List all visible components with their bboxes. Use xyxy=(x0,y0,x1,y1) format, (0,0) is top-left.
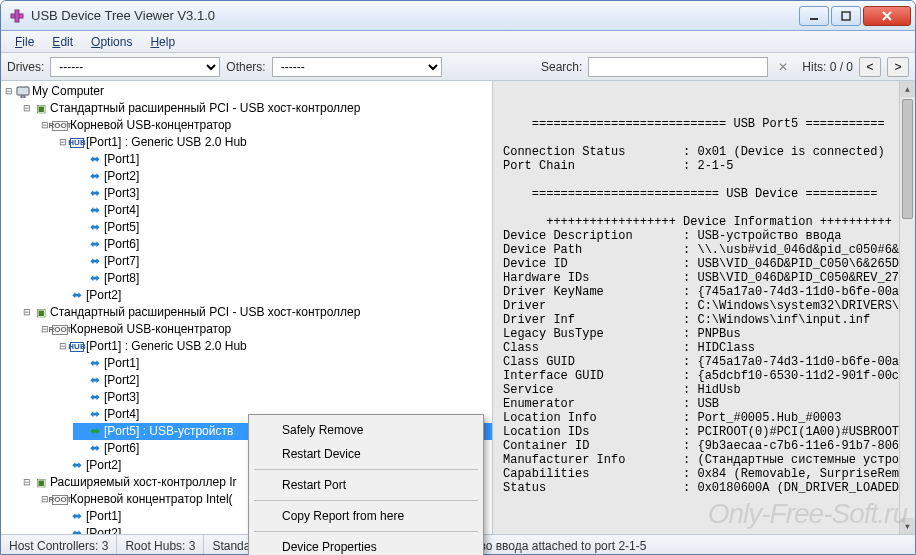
tree-label: [Port3] xyxy=(104,185,139,202)
svg-rect-4 xyxy=(17,87,29,95)
tree-node-port[interactable]: ⬌[Port2] xyxy=(55,287,492,304)
tree-label: Стандартный расширенный PCI - USB хост-к… xyxy=(50,100,360,117)
menubar: File Edit Options Help xyxy=(1,31,915,53)
tree-label: [Port1] xyxy=(104,151,139,168)
tree-node-port[interactable]: ⬌[Port5] xyxy=(73,219,492,236)
tree-node-hub[interactable]: ⊟ HUB [Port1] : Generic USB 2.0 Hub xyxy=(55,134,492,151)
ctx-copy-report[interactable]: Copy Report from here xyxy=(252,504,480,528)
tree-node-port[interactable]: ⬌[Port6] xyxy=(73,236,492,253)
window-title: USB Device Tree Viewer V3.1.0 xyxy=(31,8,799,23)
tree-node-port[interactable]: ⬌[Port7] xyxy=(73,253,492,270)
collapse-icon[interactable]: ⊟ xyxy=(21,307,32,318)
collapse-icon[interactable]: ⊟ xyxy=(21,477,32,488)
root-hub-icon: ROOT xyxy=(52,495,68,505)
tree-label: [Port2] xyxy=(104,168,139,185)
tree-label: Расширяемый хост-контроллер Ir xyxy=(50,474,237,491)
usb-port-icon: ⬌ xyxy=(88,187,102,201)
usb-port-icon: ⬌ xyxy=(88,391,102,405)
tree-label: [Port5] : USB-устройств xyxy=(104,423,233,440)
detail-text: =========================== USB Port5 ==… xyxy=(503,117,905,495)
tree-label: Стандартный расширенный PCI - USB хост-к… xyxy=(50,304,360,321)
tree-node-port[interactable]: ⬌[Port8] xyxy=(73,270,492,287)
hub-icon: HUB xyxy=(70,138,84,148)
hits-label: Hits: 0 / 0 xyxy=(802,60,853,74)
tree-label: My Computer xyxy=(32,83,104,100)
tree-label: [Port4] xyxy=(104,406,139,423)
usb-port-icon: ⬌ xyxy=(88,442,102,456)
clear-search-icon[interactable]: ✕ xyxy=(774,57,792,77)
ctx-device-properties[interactable]: Device Properties xyxy=(252,535,480,555)
usb-port-icon: ⬌ xyxy=(88,255,102,269)
tree-label: [Port7] xyxy=(104,253,139,270)
tree-node-port[interactable]: ⬌[Port3] xyxy=(73,185,492,202)
root-hub-icon: ROOT xyxy=(52,121,68,131)
scrollbar-thumb[interactable] xyxy=(902,99,913,219)
usb-port-icon: ⬌ xyxy=(88,170,102,184)
drives-label: Drives: xyxy=(7,60,44,74)
tree-node-root-hub[interactable]: ⊟ ROOT Корневой USB-концентратор xyxy=(37,321,492,338)
tree-label: [Port8] xyxy=(104,270,139,287)
context-menu: Safely Remove Restart Device Restart Por… xyxy=(248,414,484,555)
next-hit-button[interactable]: > xyxy=(887,57,909,77)
maximize-button[interactable] xyxy=(831,6,861,26)
tree-label: Корневой USB-концентратор xyxy=(70,321,231,338)
tree-node-computer[interactable]: ⊟ My Computer xyxy=(1,83,492,100)
others-select[interactable]: ------ xyxy=(272,57,442,77)
usb-port-icon: ⬌ xyxy=(88,374,102,388)
tree-node-port[interactable]: ⬌[Port4] xyxy=(73,202,492,219)
usb-port-icon: ⬌ xyxy=(88,221,102,235)
collapse-icon[interactable]: ⊟ xyxy=(57,341,68,352)
detail-pane[interactable]: =========================== USB Port5 ==… xyxy=(493,81,915,534)
tree-label: [Port1] xyxy=(86,508,121,525)
usb-port-icon: ⬌ xyxy=(70,289,84,303)
tree-node-root-hub[interactable]: ⊟ ROOT Корневой USB-концентратор xyxy=(37,117,492,134)
menu-edit[interactable]: Edit xyxy=(44,33,81,51)
tree-node-port[interactable]: ⬌[Port1] xyxy=(73,151,492,168)
tree-label: [Port1] : Generic USB 2.0 Hub xyxy=(86,134,247,151)
collapse-icon[interactable]: ⊟ xyxy=(3,86,14,97)
separator xyxy=(254,531,478,532)
tree-label: [Port2] xyxy=(86,287,121,304)
ctx-safely-remove[interactable]: Safely Remove xyxy=(252,418,480,442)
tree-node-port[interactable]: ⬌[Port3] xyxy=(73,389,492,406)
collapse-icon[interactable]: ⊟ xyxy=(21,103,32,114)
tree-label: [Port2] xyxy=(104,372,139,389)
usb-port-icon: ⬌ xyxy=(70,527,84,535)
scroll-down-icon[interactable]: ▼ xyxy=(900,518,915,534)
minimize-button[interactable] xyxy=(799,6,829,26)
tree-node-port[interactable]: ⬌[Port1] xyxy=(73,355,492,372)
tree-node-controller[interactable]: ⊟ ▣ Стандартный расширенный PCI - USB хо… xyxy=(19,304,492,321)
tree-label: [Port5] xyxy=(104,219,139,236)
usb-port-icon: ⬌ xyxy=(88,204,102,218)
menu-file[interactable]: File xyxy=(7,33,42,51)
close-button[interactable] xyxy=(863,6,911,26)
menu-options[interactable]: Options xyxy=(83,33,140,51)
drives-select[interactable]: ------ xyxy=(50,57,220,77)
search-label: Search: xyxy=(541,60,582,74)
tree-node-hub[interactable]: ⊟ HUB [Port1] : Generic USB 2.0 Hub xyxy=(55,338,492,355)
search-input[interactable] xyxy=(588,57,768,77)
usb-port-icon: ⬌ xyxy=(70,459,84,473)
tree-label: Корневой концентратор Intel( xyxy=(70,491,233,508)
tree-label: Корневой USB-концентратор xyxy=(70,117,231,134)
watermark: Only-Free-Soft.ru xyxy=(708,498,907,530)
ctx-restart-port[interactable]: Restart Port xyxy=(252,473,480,497)
hub-icon: HUB xyxy=(70,342,84,352)
scroll-up-icon[interactable]: ▲ xyxy=(900,81,915,97)
prev-hit-button[interactable]: < xyxy=(859,57,881,77)
separator xyxy=(254,469,478,470)
vertical-scrollbar[interactable]: ▲ ▼ xyxy=(899,81,915,534)
svg-rect-1 xyxy=(15,10,19,22)
tree-label: [Port4] xyxy=(104,202,139,219)
menu-help[interactable]: Help xyxy=(142,33,183,51)
ctx-restart-device[interactable]: Restart Device xyxy=(252,442,480,466)
tree-node-port[interactable]: ⬌[Port2] xyxy=(73,168,492,185)
collapse-icon[interactable]: ⊟ xyxy=(57,137,68,148)
titlebar: USB Device Tree Viewer V3.1.0 xyxy=(1,1,915,31)
usb-port-icon: ⬌ xyxy=(70,510,84,524)
tree-node-port[interactable]: ⬌[Port2] xyxy=(73,372,492,389)
usb-port-icon: ⬌ xyxy=(88,272,102,286)
usb-port-icon: ⬌ xyxy=(88,238,102,252)
tree-node-controller[interactable]: ⊟ ▣ Стандартный расширенный PCI - USB хо… xyxy=(19,100,492,117)
status-root-hubs: Root Hubs: 3 xyxy=(117,535,204,555)
